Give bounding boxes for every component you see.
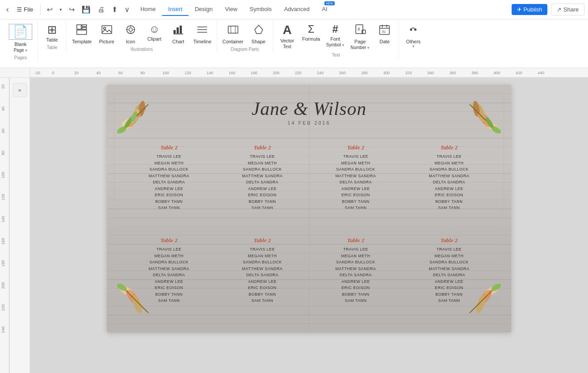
icon-icon	[125, 24, 136, 37]
tab-advanced[interactable]: Advanced	[278, 3, 316, 16]
divider	[40, 5, 41, 15]
undo-button[interactable]: ↩	[44, 4, 55, 15]
collapse-icon: »	[18, 87, 21, 93]
guest-name: SAM TANN	[126, 298, 212, 304]
more-button[interactable]: ∨	[122, 4, 132, 15]
guest-name: ERIC EOISON	[407, 192, 492, 198]
svg-text:120: 120	[185, 71, 191, 75]
publish-button[interactable]: ✈ Publish	[512, 4, 548, 15]
guest-name: BOBBY TANN	[313, 199, 399, 205]
undo-dropdown[interactable]: ▾	[57, 5, 64, 14]
chart-icon	[173, 24, 184, 37]
container-button[interactable]: Container	[220, 21, 246, 45]
guest-name: SANDRA BULLOCK	[126, 259, 212, 266]
svg-text:100: 100	[162, 71, 169, 75]
others-icon	[407, 24, 419, 37]
guest-name: ANDREW LEE	[407, 186, 492, 192]
nav-tabs: Home Insert Design View Symbols Advanced…	[134, 3, 334, 16]
template-button[interactable]: Template	[69, 21, 94, 45]
table-button[interactable]: ⊞ Table	[41, 21, 64, 43]
template-label: Template	[72, 39, 92, 44]
guest-name: TRAVIS LEE	[313, 247, 399, 253]
clipart-button[interactable]: ☺ Clipart	[143, 21, 166, 42]
table-title-4: Table 2	[407, 144, 492, 151]
ruler-row: -20 0 20 40 60 80 100 120 140 160 180 20…	[0, 68, 588, 78]
guest-name: ERIC EOISON	[407, 285, 492, 291]
seating-table-7: Table 2TRAVIS LEEMEGAN METHSANDRA BULLOC…	[311, 235, 400, 324]
font-symbol-label: Font	[330, 36, 340, 42]
svg-text:40: 40	[1, 107, 5, 111]
page-number-label: Page	[354, 39, 366, 44]
tab-home[interactable]: Home	[134, 3, 162, 16]
guest-name: MATTHEW SANDRA	[313, 173, 399, 179]
svg-point-5	[103, 27, 106, 30]
main-area: 20 40 60 80 100 120 140 160 180 200 220 …	[0, 78, 588, 373]
file-menu[interactable]: ☰ File	[13, 4, 37, 15]
vector-text-icon: A	[283, 24, 291, 36]
tab-symbols[interactable]: Symbols	[244, 3, 278, 16]
shape-label: Shape	[252, 39, 266, 44]
svg-text:160: 160	[229, 71, 235, 75]
guest-name: MEGAN METH	[407, 253, 492, 259]
print-button[interactable]: 🖨	[95, 4, 107, 15]
guest-name: ANDREW LEE	[407, 279, 492, 285]
guest-name: SAM TANN	[313, 298, 399, 304]
guest-name: ERIC EOISON	[313, 285, 399, 291]
timeline-button[interactable]: Timeline	[191, 21, 214, 45]
svg-rect-0	[77, 25, 81, 29]
redo-button[interactable]: ↪	[66, 4, 77, 15]
tab-ai[interactable]: AINEW	[316, 3, 333, 16]
tab-view[interactable]: View	[219, 3, 244, 16]
date-button[interactable]: 31 Date	[373, 21, 396, 45]
file-label: File	[24, 6, 33, 13]
shape-button[interactable]: Shape	[247, 21, 270, 45]
collapse-button[interactable]: »	[13, 83, 27, 97]
ruler-corner	[0, 68, 30, 78]
tab-insert[interactable]: Insert	[162, 3, 189, 16]
template-icon	[76, 24, 87, 37]
vector-text-sublabel: Text	[283, 44, 291, 49]
chart-button[interactable]: Chart	[167, 21, 190, 45]
svg-point-31	[410, 29, 412, 31]
svg-marker-22	[255, 25, 263, 34]
guest-name: SANDRA BULLOCK	[220, 259, 305, 266]
picture-button[interactable]: Picture	[95, 21, 118, 45]
guest-name: MEGAN METH	[313, 253, 399, 259]
formula-button[interactable]: Σ Formula	[300, 21, 323, 42]
share-button[interactable]: ↗ Share	[551, 4, 584, 15]
guest-name: SAM TANN	[220, 205, 305, 211]
table-title-8: Table 2	[407, 237, 492, 244]
blank-page-button[interactable]: 📄 Blank Page ▾	[6, 21, 35, 53]
tab-design[interactable]: Design	[188, 3, 219, 16]
svg-text:240: 240	[317, 71, 324, 75]
date-icon: 31	[379, 24, 390, 37]
guest-name: MATTHEW SANDRA	[220, 173, 305, 179]
svg-text:20: 20	[74, 71, 79, 75]
guest-name: MATTHEW SANDRA	[407, 266, 492, 272]
font-symbol-sublabel: Symbol ▾	[326, 42, 344, 47]
guest-name: DELTA SANDRA	[126, 179, 212, 186]
save-button[interactable]: 💾	[79, 4, 93, 15]
others-button[interactable]: Others ▾	[402, 21, 425, 49]
back-button[interactable]: ‹	[4, 3, 11, 16]
table-icon: ⊞	[47, 24, 57, 35]
seating-table-1: Table 2TRAVIS LEEMEGAN METHSANDRA BULLOC…	[124, 142, 214, 231]
font-symbol-button[interactable]: # Font Symbol ▾	[324, 21, 347, 48]
clipart-label: Clipart	[147, 36, 162, 42]
icon-button[interactable]: Icon	[119, 21, 142, 45]
menu-icon: ☰	[17, 6, 22, 13]
export-button[interactable]: ⬆	[109, 4, 120, 15]
guest-name: DELTA SANDRA	[126, 272, 212, 278]
guest-name: MEGAN METH	[126, 253, 212, 259]
canvas-area[interactable]: Jane & Wilson 14 FEB 2016 Table 2TRAVIS …	[30, 78, 588, 373]
page-number-button[interactable]: # Page Number ▾	[348, 21, 372, 51]
share-icon: ↗	[557, 6, 562, 13]
toolbar-group-illustrations: Template Picture Icon ☺ Clipart	[67, 21, 217, 53]
svg-text:400: 400	[494, 71, 500, 75]
illustrations-group-label: Illustrations	[131, 45, 153, 53]
svg-rect-19	[228, 26, 238, 33]
page-canvas: Jane & Wilson 14 FEB 2016 Table 2TRAVIS …	[107, 85, 511, 332]
table-title-2: Table 2	[220, 144, 305, 151]
vector-text-button[interactable]: A Vector Text	[276, 21, 299, 50]
svg-text:300: 300	[383, 71, 390, 75]
